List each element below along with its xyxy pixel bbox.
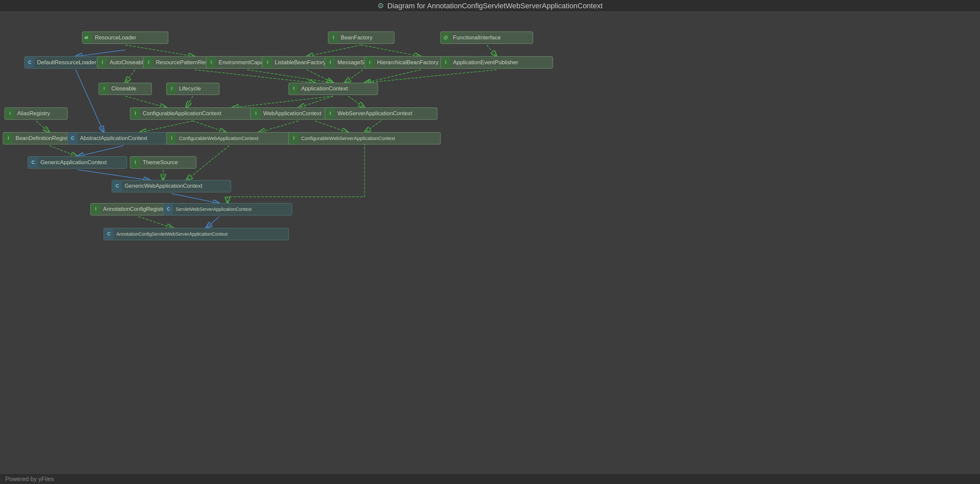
svg-text:Closeable: Closeable xyxy=(111,85,136,92)
svg-text:WebServerApplicationContext: WebServerApplicationContext xyxy=(337,110,412,116)
title-bar: ⚙ Diagram for AnnotationConfigServletWeb… xyxy=(0,0,980,12)
svg-text:I: I xyxy=(148,60,149,65)
svg-text:ThemeSource: ThemeSource xyxy=(143,159,178,166)
node-ApplicationEventPublisher[interactable]: I ApplicationEventPublisher xyxy=(440,57,552,68)
svg-text:AutoCloseable: AutoCloseable xyxy=(110,59,146,65)
svg-text:I: I xyxy=(102,60,103,65)
svg-text:I: I xyxy=(255,111,256,116)
svg-text:AliasRegistry: AliasRegistry xyxy=(17,110,50,116)
svg-text:C: C xyxy=(107,231,111,236)
svg-text:I: I xyxy=(9,111,11,116)
svg-text:C: C xyxy=(167,206,170,212)
node-GenericApplicationContext[interactable]: C GenericApplicationContext xyxy=(28,157,127,169)
svg-text:I: I xyxy=(369,60,371,65)
svg-text:C: C xyxy=(71,135,75,141)
node-AbstractApplicationContext[interactable]: C AbstractApplicationContext xyxy=(68,132,183,144)
node-Lifecycle[interactable]: I Lifecycle xyxy=(167,83,220,95)
svg-text:I: I xyxy=(329,111,331,116)
svg-text:BeanDefinitionRegistry: BeanDefinitionRegistry xyxy=(16,135,73,142)
svg-text:I: I xyxy=(267,60,268,65)
svg-text:ServletWebServerApplicationCon: ServletWebServerApplicationContext xyxy=(176,207,251,212)
diagram-icon: ⚙ xyxy=(377,2,384,10)
svg-text:ConfigurableWebApplicationCont: ConfigurableWebApplicationContext xyxy=(179,135,259,141)
node-AliasRegistry[interactable]: I AliasRegistry xyxy=(5,108,67,119)
svg-text:@: @ xyxy=(444,35,448,40)
svg-text:ApplicationEventPublisher: ApplicationEventPublisher xyxy=(453,59,518,65)
svg-text:AbstractApplicationContext: AbstractApplicationContext xyxy=(80,135,148,142)
node-ConfigurableWebApplicationContext[interactable]: I ConfigurableWebApplicationContext xyxy=(167,132,292,144)
svg-text:I: I xyxy=(333,35,334,40)
diagram-svg: I ❖ ResourceLoader I BeanFactory @ Funct… xyxy=(0,12,980,474)
svg-text:I: I xyxy=(445,60,446,65)
node-ServletWebServerApplicationContext[interactable]: C ServletWebServerApplicationContext xyxy=(163,203,292,215)
node-WebServerApplicationContext[interactable]: I WebServerApplicationContext xyxy=(325,108,437,119)
svg-text:GenericApplicationContext: GenericApplicationContext xyxy=(40,159,107,166)
svg-text:GenericWebApplicationContext: GenericWebApplicationContext xyxy=(124,183,202,189)
svg-text:AnnotationConfigRegistry: AnnotationConfigRegistry xyxy=(103,206,167,212)
svg-text:ConfigurableWebServerApplicati: ConfigurableWebServerApplicationContext xyxy=(301,135,396,141)
svg-text:BeanFactory: BeanFactory xyxy=(341,34,373,41)
svg-text:I: I xyxy=(8,135,9,141)
svg-text:I: I xyxy=(171,86,172,91)
node-ConfigurableApplicationContext[interactable]: I ConfigurableApplicationContext xyxy=(130,108,256,119)
node-AnnotationConfigServletWebServerApplicationContext[interactable]: C AnnotationConfigServletWebServerApplic… xyxy=(103,228,288,240)
svg-text:C: C xyxy=(28,60,32,65)
diagram-area: I ❖ ResourceLoader I BeanFactory @ Funct… xyxy=(0,12,980,474)
svg-text:ConfigurableApplicationContext: ConfigurableApplicationContext xyxy=(143,110,221,116)
svg-text:HierarchicalBeanFactory: HierarchicalBeanFactory xyxy=(377,59,439,65)
svg-text:DefaultResourceLoader: DefaultResourceLoader xyxy=(37,59,96,65)
svg-text:AnnotationConfigServletWebServ: AnnotationConfigServletWebServerApplicat… xyxy=(116,231,228,237)
svg-text:FunctionalInterface: FunctionalInterface xyxy=(453,34,501,41)
node-BeanFactory[interactable]: I BeanFactory xyxy=(328,32,394,44)
svg-text:I: I xyxy=(95,206,96,212)
footer: Powered by yFiles xyxy=(0,474,980,484)
svg-text:I: I xyxy=(171,135,172,141)
footer-text: Powered by yFiles xyxy=(5,476,54,483)
node-ResourceLoader[interactable]: I ❖ ResourceLoader xyxy=(83,32,168,44)
node-FunctionalInterface[interactable]: @ FunctionalInterface xyxy=(440,32,533,44)
diagram-title: Diagram for AnnotationConfigServletWebSe… xyxy=(387,2,603,10)
svg-rect-6 xyxy=(1,12,979,474)
node-GenericWebApplicationContext[interactable]: C GenericWebApplicationContext xyxy=(112,180,231,192)
svg-text:I: I xyxy=(135,111,136,116)
svg-text:ListableBeanFactory: ListableBeanFactory xyxy=(275,59,326,65)
svg-text:ResourceLoader: ResourceLoader xyxy=(95,34,137,41)
svg-text:C: C xyxy=(32,159,35,165)
svg-text:Lifecycle: Lifecycle xyxy=(179,85,201,92)
svg-text:ApplicationContext: ApplicationContext xyxy=(301,85,348,92)
svg-text:❖: ❖ xyxy=(84,35,88,40)
svg-text:I: I xyxy=(293,86,295,91)
svg-text:C: C xyxy=(116,183,119,188)
svg-text:I: I xyxy=(293,135,295,141)
svg-text:I: I xyxy=(329,60,331,65)
node-ApplicationContext[interactable]: I ApplicationContext xyxy=(289,83,378,95)
svg-text:I: I xyxy=(210,60,212,65)
node-Closeable[interactable]: I Closeable xyxy=(99,83,152,95)
svg-text:I: I xyxy=(103,86,105,91)
svg-text:I: I xyxy=(135,159,136,165)
svg-text:WebApplicationContext: WebApplicationContext xyxy=(263,110,321,116)
node-ConfigurableWebServerApplicationContext[interactable]: I ConfigurableWebServerApplicationContex… xyxy=(289,132,441,144)
node-ThemeSource[interactable]: I ThemeSource xyxy=(130,157,196,169)
